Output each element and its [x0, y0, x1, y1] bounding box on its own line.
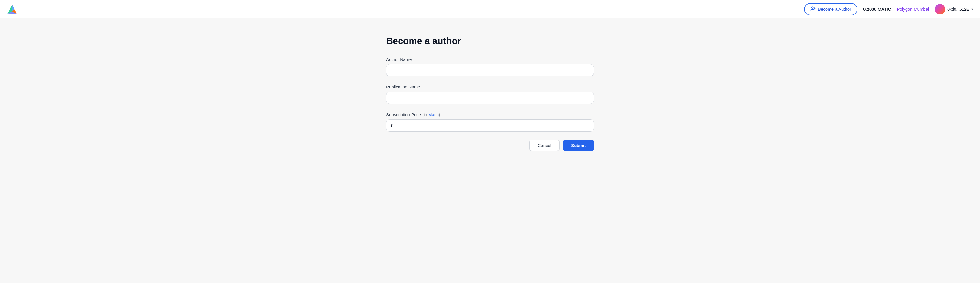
network-label: Polygon Mumbai: [897, 6, 929, 11]
subscription-price-label-suffix: ): [439, 112, 440, 117]
matic-link[interactable]: Matic: [428, 112, 439, 117]
form-container: Become a author Author Name Publication …: [386, 36, 594, 151]
author-name-group: Author Name: [386, 57, 594, 76]
matic-balance: 0.2000 MATIC: [863, 6, 891, 11]
app-logo[interactable]: [7, 4, 17, 14]
svg-point-4: [811, 6, 813, 8]
avatar: [935, 4, 945, 14]
become-author-button[interactable]: Become a Author: [804, 3, 858, 15]
subscription-price-label: Subscription Price (in Matic): [386, 112, 594, 117]
cancel-button[interactable]: Cancel: [529, 140, 560, 151]
author-name-input[interactable]: [386, 64, 594, 76]
become-author-btn-label: Become a Author: [818, 6, 851, 11]
publication-name-input[interactable]: [386, 92, 594, 104]
subscription-price-label-prefix: Subscription Price (in: [386, 112, 428, 117]
wallet-info[interactable]: 0xd0...512E ▾: [935, 4, 973, 14]
page-title: Become a author: [386, 36, 594, 46]
subscription-price-input[interactable]: [386, 119, 594, 132]
subscription-price-group: Subscription Price (in Matic): [386, 112, 594, 132]
publication-name-group: Publication Name: [386, 84, 594, 104]
chevron-down-icon: ▾: [971, 7, 973, 11]
publication-name-label: Publication Name: [386, 84, 594, 89]
header: Become a Author 0.2000 MATIC Polygon Mum…: [0, 0, 980, 18]
wallet-address: 0xd0...512E: [947, 7, 969, 11]
main-content: Become a author Author Name Publication …: [0, 18, 980, 168]
person-add-icon: [810, 6, 816, 13]
header-right: Become a Author 0.2000 MATIC Polygon Mum…: [804, 3, 973, 15]
form-actions: Cancel Submit: [386, 140, 594, 151]
submit-button[interactable]: Submit: [563, 140, 594, 151]
author-name-label: Author Name: [386, 57, 594, 62]
header-left: [7, 4, 17, 14]
